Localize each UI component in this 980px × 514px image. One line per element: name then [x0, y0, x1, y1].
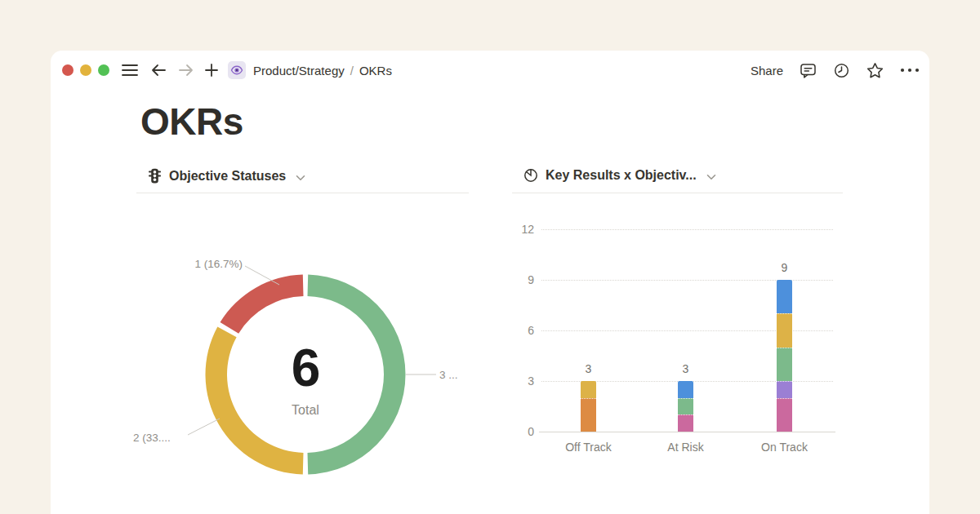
donut-total-label: Total: [256, 403, 354, 418]
bar-panel-dropdown[interactable]: [706, 174, 716, 180]
donut-total-value: 6: [256, 342, 354, 394]
bar-segment-on-track-2[interactable]: [777, 348, 792, 381]
bar-chart-baseline: [539, 432, 835, 432]
clock-icon: [833, 62, 850, 79]
donut-slice-label-yellow: 2 (33....: [133, 432, 171, 444]
pie-chart-icon: [523, 168, 538, 183]
arrow-left-icon: [150, 64, 167, 77]
breadcrumb-current[interactable]: OKRs: [359, 64, 392, 78]
donut-slice-label-green: 3 ...: [439, 369, 458, 381]
window-toolbar-right: Share: [751, 60, 920, 80]
donut-panel-dropdown[interactable]: [296, 175, 305, 181]
desktop-background: Product/Strategy / OKRs Share: [0, 0, 980, 514]
page-icon-badge[interactable]: [228, 61, 246, 79]
donut-panel-header: Objective Statuses: [148, 168, 305, 184]
bar-total-label-1: 3: [670, 362, 702, 375]
donut-panel-title: Objective Statuses: [169, 169, 286, 184]
menu-icon: [122, 64, 138, 76]
y-tick-label-9: 9: [506, 273, 534, 287]
y-tick-label-12: 12: [506, 222, 534, 237]
bar-segment-on-track-4[interactable]: [777, 280, 792, 313]
bar-segment-off-track-1[interactable]: [581, 381, 596, 398]
share-button[interactable]: Share: [751, 64, 783, 78]
donut-panel-divider: [136, 193, 469, 193]
donut-slice-2[interactable]: [220, 275, 304, 334]
traffic-light-close-button[interactable]: [62, 64, 74, 76]
traffic-light-minimize-button[interactable]: [80, 64, 91, 76]
comment-icon: [800, 62, 817, 79]
bar-segment-on-track-1[interactable]: [777, 381, 792, 398]
chevron-down-icon: [296, 175, 305, 181]
chevron-down-icon: [706, 174, 716, 180]
sidebar-menu-button[interactable]: [122, 64, 138, 76]
more-options-button[interactable]: [900, 68, 920, 73]
favorite-button[interactable]: [866, 62, 884, 79]
forward-button[interactable]: [178, 64, 194, 77]
x-category-label-1: At Risk: [637, 441, 735, 454]
y-tick-label-6: 6: [506, 323, 534, 338]
back-button[interactable]: [150, 64, 167, 77]
eye-icon: [230, 64, 243, 77]
bar-total-label-2: 9: [768, 261, 801, 274]
bar-segment-off-track-0[interactable]: [581, 398, 596, 432]
bar-panel-title: Key Results x Objectiv...: [546, 168, 697, 183]
breadcrumb-parent[interactable]: Product/Strategy: [253, 64, 345, 78]
window-toolbar-left: Product/Strategy / OKRs: [62, 60, 392, 80]
comments-button[interactable]: [800, 62, 817, 79]
x-category-label-2: On Track: [736, 441, 834, 454]
star-icon: [866, 62, 884, 79]
y-tick-label-3: 3: [506, 374, 534, 388]
bar-segment-at-risk-2[interactable]: [678, 381, 693, 398]
bar-segment-on-track-3[interactable]: [777, 313, 792, 347]
gridline-12: [541, 229, 833, 230]
arrow-right-icon: [178, 64, 194, 77]
y-tick-label-0: 0: [506, 424, 534, 439]
x-category-label-0: Off Track: [540, 441, 638, 454]
updates-button[interactable]: [833, 62, 850, 79]
new-page-button[interactable]: [204, 63, 219, 78]
traffic-light-status-icon: [148, 168, 162, 184]
bar-total-label-0: 3: [572, 362, 605, 375]
traffic-light-zoom-button[interactable]: [98, 64, 109, 76]
bar-segment-at-risk-0[interactable]: [678, 414, 693, 432]
ellipsis-icon: [900, 68, 920, 73]
bar-segment-on-track-0[interactable]: [777, 398, 792, 432]
page-title: OKRs: [140, 100, 243, 144]
bar-panel-header: Key Results x Objectiv...: [523, 168, 716, 183]
plus-icon: [204, 63, 219, 78]
bar-panel-divider: [512, 193, 843, 193]
bar-segment-at-risk-1[interactable]: [678, 398, 693, 415]
breadcrumb-separator: /: [350, 64, 354, 78]
breadcrumb: Product/Strategy / OKRs: [253, 64, 392, 78]
donut-slice-label-red: 1 (16.7%): [145, 258, 243, 270]
